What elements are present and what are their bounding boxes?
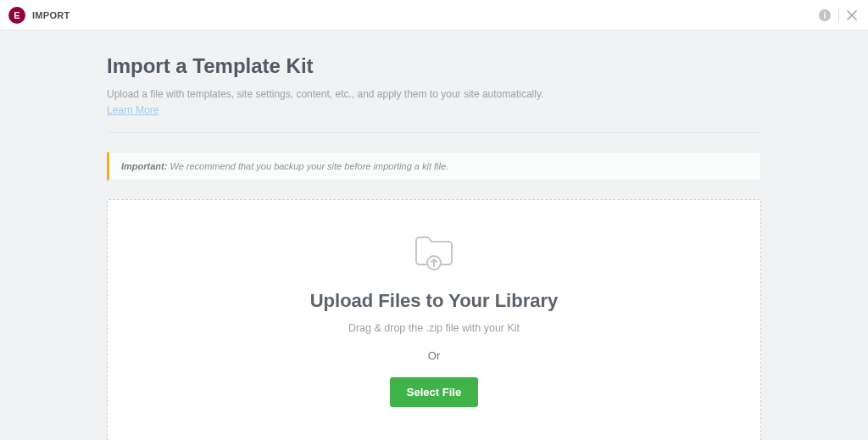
svg-rect-2	[824, 12, 826, 14]
dropzone-heading: Upload Files to Your Library	[125, 290, 743, 312]
svg-rect-1	[824, 14, 826, 18]
content-area: Import a Template Kit Upload a file with…	[0, 31, 868, 440]
horizontal-divider	[107, 132, 761, 133]
top-bar-left: E IMPORT	[8, 7, 70, 24]
upload-folder-icon	[125, 232, 743, 271]
top-bar-right	[818, 8, 858, 22]
vertical-divider	[838, 8, 839, 22]
notice-label: Important:	[121, 161, 167, 171]
dropzone-or-text: Or	[125, 349, 743, 362]
elementor-logo: E	[8, 7, 25, 24]
page-title: Import a Template Kit	[107, 54, 761, 78]
info-icon[interactable]	[818, 8, 832, 22]
content-container: Import a Template Kit Upload a file with…	[107, 54, 761, 440]
page-subtitle: Upload a file with templates, site setti…	[107, 86, 761, 102]
page-section-title: IMPORT	[32, 10, 70, 20]
close-icon[interactable]	[846, 9, 858, 21]
select-file-button[interactable]: Select File	[390, 377, 478, 407]
notice-text: We recommend that you backup your site b…	[167, 161, 448, 171]
learn-more-link[interactable]: Learn More	[107, 104, 159, 116]
top-bar: E IMPORT	[0, 0, 868, 31]
dropzone-subtitle: Drag & drop the .zip file with your Kit	[125, 322, 743, 334]
important-notice: Important: We recommend that you backup …	[107, 152, 761, 181]
upload-dropzone[interactable]: Upload Files to Your Library Drag & drop…	[107, 199, 761, 440]
logo-letter: E	[14, 10, 19, 20]
